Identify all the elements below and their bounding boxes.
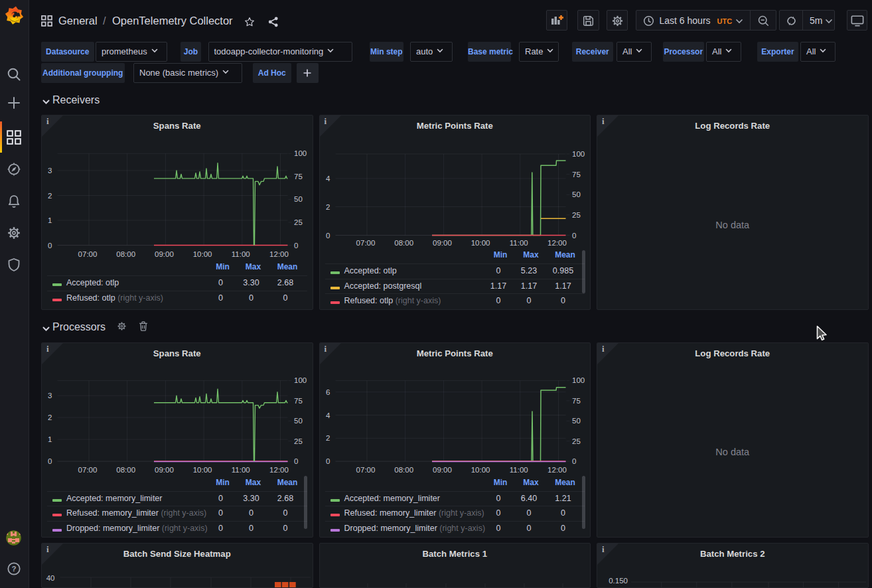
svg-text:2: 2 bbox=[326, 434, 330, 442]
svg-text:10:00: 10:00 bbox=[193, 250, 212, 258]
svg-text:12:00: 12:00 bbox=[547, 466, 567, 474]
svg-text:07:00: 07:00 bbox=[78, 466, 98, 474]
svg-text:11:00: 11:00 bbox=[509, 239, 528, 247]
svg-text:40: 40 bbox=[46, 574, 55, 582]
svg-text:11:00: 11:00 bbox=[232, 250, 250, 258]
svg-text:0: 0 bbox=[294, 457, 298, 465]
svg-text:1: 1 bbox=[48, 435, 52, 443]
svg-text:07:00: 07:00 bbox=[356, 239, 375, 247]
svg-text:08:00: 08:00 bbox=[394, 239, 413, 247]
svg-text:07:00: 07:00 bbox=[356, 466, 375, 474]
svg-text:08:00: 08:00 bbox=[116, 250, 135, 258]
svg-text:0: 0 bbox=[326, 232, 330, 240]
svg-text:0: 0 bbox=[48, 242, 52, 250]
svg-text:25: 25 bbox=[572, 437, 581, 445]
svg-text:2: 2 bbox=[48, 413, 52, 421]
svg-text:25: 25 bbox=[572, 211, 581, 219]
svg-text:2: 2 bbox=[48, 192, 52, 200]
svg-text:4: 4 bbox=[326, 411, 330, 419]
svg-text:75: 75 bbox=[572, 171, 581, 179]
svg-text:50: 50 bbox=[294, 417, 303, 425]
svg-text:100: 100 bbox=[294, 376, 307, 384]
svg-text:4: 4 bbox=[326, 175, 330, 183]
svg-text:12:00: 12:00 bbox=[269, 466, 289, 474]
svg-text:08:00: 08:00 bbox=[394, 466, 413, 474]
svg-text:25: 25 bbox=[294, 437, 303, 445]
svg-text:75: 75 bbox=[572, 397, 581, 405]
svg-text:3: 3 bbox=[48, 167, 52, 175]
svg-text:09:00: 09:00 bbox=[155, 466, 174, 474]
svg-text:75: 75 bbox=[294, 173, 303, 181]
svg-text:3: 3 bbox=[48, 392, 52, 400]
svg-text:100: 100 bbox=[572, 150, 585, 158]
svg-text:0: 0 bbox=[572, 457, 576, 465]
svg-text:11:00: 11:00 bbox=[509, 466, 528, 474]
svg-text:100: 100 bbox=[572, 376, 585, 384]
svg-text:10:00: 10:00 bbox=[193, 466, 212, 474]
svg-text:50: 50 bbox=[572, 417, 581, 425]
svg-text:0: 0 bbox=[572, 232, 576, 240]
svg-text:11:00: 11:00 bbox=[232, 466, 250, 474]
svg-text:09:00: 09:00 bbox=[433, 239, 452, 247]
svg-text:2: 2 bbox=[326, 203, 330, 211]
svg-text:?: ? bbox=[11, 565, 16, 573]
svg-text:12:00: 12:00 bbox=[547, 239, 567, 247]
svg-text:6: 6 bbox=[326, 388, 330, 396]
svg-text:25: 25 bbox=[294, 218, 303, 226]
svg-text:0: 0 bbox=[326, 457, 330, 465]
svg-text:10:00: 10:00 bbox=[471, 239, 490, 247]
svg-text:0.150: 0.150 bbox=[609, 577, 628, 585]
svg-text:08:00: 08:00 bbox=[116, 466, 135, 474]
svg-text:12:00: 12:00 bbox=[269, 250, 289, 258]
svg-text:0: 0 bbox=[294, 242, 298, 250]
svg-text:10:00: 10:00 bbox=[471, 466, 490, 474]
svg-text:50: 50 bbox=[572, 190, 581, 198]
svg-text:07:00: 07:00 bbox=[78, 250, 98, 258]
svg-text:50: 50 bbox=[294, 195, 303, 203]
svg-text:100: 100 bbox=[294, 149, 307, 157]
svg-text:1: 1 bbox=[48, 216, 52, 224]
svg-text:09:00: 09:00 bbox=[155, 250, 174, 258]
svg-text:0: 0 bbox=[48, 457, 52, 465]
svg-text:75: 75 bbox=[294, 397, 303, 405]
svg-text:09:00: 09:00 bbox=[433, 466, 452, 474]
